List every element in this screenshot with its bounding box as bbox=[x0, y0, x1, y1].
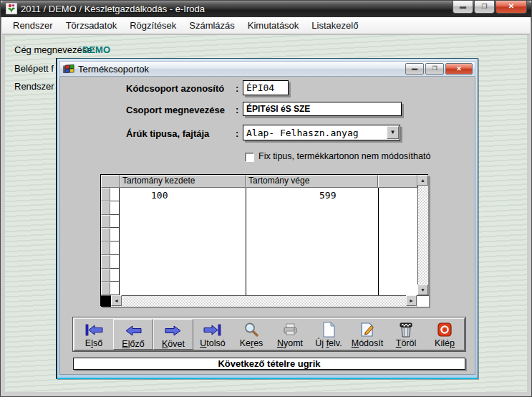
dialog-maximize-icon: ❐ bbox=[432, 65, 437, 72]
scroll-left-button[interactable]: ◄ bbox=[111, 295, 122, 306]
dialog-close-button[interactable]: ✕ bbox=[445, 63, 473, 75]
dialog-title: Termékcsoportok bbox=[78, 64, 149, 75]
close-icon: ✕ bbox=[508, 2, 514, 10]
previous-record-label: Előző bbox=[114, 339, 153, 349]
exit-label: Kilép bbox=[425, 338, 464, 348]
arrow-down-icon: ▼ bbox=[420, 287, 425, 292]
dialog-maximize-button[interactable]: ❐ bbox=[425, 63, 444, 75]
print-label: Nyomt bbox=[271, 338, 309, 348]
last-icon bbox=[203, 323, 223, 337]
minimize-icon: ▬ bbox=[460, 3, 466, 10]
dialog-close-icon: ✕ bbox=[456, 65, 462, 72]
dialog-client-area: Kódcsoport azonosító : ÉPI04 Csoport meg… bbox=[59, 77, 475, 375]
search-button[interactable]: Keres bbox=[232, 319, 271, 350]
goods-type-dropdown[interactable]: Alap- Felhaszn.anyag ▼ bbox=[243, 125, 400, 140]
scrollbar-corner bbox=[417, 296, 429, 307]
column-header-empty bbox=[378, 175, 417, 188]
dropdown-button[interactable]: ▼ bbox=[387, 126, 399, 139]
menu-listakezelo[interactable]: Listakezelő bbox=[305, 18, 364, 33]
horizontal-scrollbar[interactable]: ◄ ► bbox=[111, 296, 417, 307]
goods-type-colon: : bbox=[236, 128, 238, 139]
fix-type-label: Fix tipus, termékkartonon nem módosíthat… bbox=[258, 151, 430, 161]
first-record-button[interactable]: Első bbox=[74, 319, 113, 350]
arrow-left-icon: ◄ bbox=[114, 298, 119, 303]
column-divider bbox=[378, 188, 379, 295]
column-header-range-start[interactable]: Tartomány kezdete bbox=[120, 175, 246, 188]
maximize-icon: ❐ bbox=[481, 3, 487, 10]
last-record-label: Utolsó bbox=[193, 338, 232, 348]
menu-rogzitesek[interactable]: Rögzítések bbox=[123, 18, 183, 33]
first-record-label: Első bbox=[74, 338, 113, 348]
application-window: 2011 / DEMO / Készletgazdálkodás - e-Iro… bbox=[0, 0, 532, 397]
prev-icon bbox=[123, 324, 143, 338]
new-record-button[interactable]: Új felv. bbox=[309, 319, 348, 350]
app-icon bbox=[6, 3, 17, 14]
print-button[interactable]: Nyomt bbox=[271, 319, 309, 350]
next-record-button[interactable]: Követ bbox=[153, 319, 193, 350]
new-record-label: Új felv. bbox=[309, 338, 348, 348]
exit-button[interactable]: Kilép bbox=[425, 319, 464, 350]
row-gutter-column bbox=[110, 188, 120, 295]
previous-record-button[interactable]: Előző bbox=[113, 319, 153, 350]
company-name-value: DEMO bbox=[82, 44, 110, 55]
scroll-up-button[interactable]: ▲ bbox=[417, 175, 428, 186]
table-cell-range-start[interactable]: 100 bbox=[151, 190, 168, 201]
row-selector-column[interactable] bbox=[101, 188, 110, 295]
first-icon bbox=[84, 323, 104, 337]
menu-szamlazas[interactable]: Számlázás bbox=[183, 18, 241, 33]
modify-button[interactable]: Módosít bbox=[348, 319, 387, 350]
code-group-colon: : bbox=[236, 83, 238, 94]
code-group-label: Kódcsoport azonosító bbox=[126, 83, 224, 94]
table-corner-header bbox=[101, 175, 120, 188]
group-name-colon: : bbox=[236, 105, 238, 115]
group-name-label: Csoport megnevezése bbox=[126, 105, 225, 115]
window-title: 2011 / DEMO / Készletgazdálkodás - e-Iro… bbox=[21, 4, 205, 14]
new-icon bbox=[321, 322, 336, 338]
system-label: Rendszer bbox=[14, 81, 54, 92]
record-navigation-toolbar: Első Előző Követ bbox=[73, 317, 465, 351]
table-cell-range-end[interactable]: 599 bbox=[319, 190, 336, 201]
group-name-input[interactable]: ÉPITéSI éS SZE bbox=[243, 102, 402, 116]
menu-kimutatasok[interactable]: Kimutatások bbox=[241, 18, 306, 33]
chevron-down-icon: ▼ bbox=[390, 129, 396, 135]
print-icon bbox=[281, 322, 299, 337]
next-icon bbox=[163, 324, 183, 338]
goods-type-label: Árúk tipusa, fajtája bbox=[126, 128, 209, 139]
close-button[interactable]: ✕ bbox=[495, 1, 527, 14]
scroll-right-button[interactable]: ► bbox=[406, 295, 417, 306]
logged-in-user-label: Belépett f bbox=[14, 63, 54, 74]
last-record-button[interactable]: Utolsó bbox=[193, 319, 232, 350]
delete-label: Töröl bbox=[387, 338, 425, 348]
column-divider bbox=[246, 188, 246, 295]
vertical-scrollbar[interactable]: ▲ ▼ bbox=[417, 175, 428, 295]
delete-button[interactable]: Töröl bbox=[387, 319, 425, 350]
column-header-range-end[interactable]: Tartomány vége bbox=[246, 175, 378, 188]
modify-label: Módosít bbox=[348, 338, 387, 348]
grid-corner-block bbox=[101, 296, 111, 307]
exit-icon bbox=[437, 322, 452, 337]
maximize-button[interactable]: ❐ bbox=[474, 1, 495, 14]
menu-torzsadatok[interactable]: Törzsadatok bbox=[59, 18, 124, 33]
search-icon bbox=[243, 322, 259, 338]
menu-rendszer[interactable]: Rendszer bbox=[6, 18, 59, 33]
status-bar: Következő tételre ugrik bbox=[73, 358, 465, 370]
termekcsoportok-dialog: Termékcsoportok ▬ ❐ ✕ Kódcsoport azonosí… bbox=[57, 58, 478, 379]
scroll-down-button[interactable]: ▼ bbox=[417, 284, 428, 295]
arrow-up-icon: ▲ bbox=[420, 178, 425, 183]
code-group-input[interactable]: ÉPI04 bbox=[243, 80, 289, 95]
delete-icon bbox=[398, 322, 414, 338]
next-record-label: Követ bbox=[154, 339, 193, 349]
range-table: Tartomány kezdete Tartomány vége 100 599… bbox=[100, 174, 428, 306]
fix-type-checkbox[interactable] bbox=[245, 153, 254, 162]
windows-logo-icon bbox=[62, 64, 75, 75]
goods-type-value: Alap- Felhaszn.anyag bbox=[246, 126, 359, 140]
dialog-minimize-button[interactable]: ▬ bbox=[405, 63, 424, 75]
dialog-minimize-icon: ▬ bbox=[412, 65, 417, 72]
dialog-titlebar: Termékcsoportok ▬ ❐ ✕ bbox=[59, 61, 475, 77]
minimize-button[interactable]: ▬ bbox=[453, 1, 473, 14]
menubar: Rendszer Törzsadatok Rögzítések Számlázá… bbox=[2, 17, 530, 34]
main-titlebar: 2011 / DEMO / Készletgazdálkodás - e-Iro… bbox=[1, 1, 531, 17]
horizontal-scroll-zone: ◄ ► bbox=[101, 295, 429, 306]
search-label: Keres bbox=[232, 338, 271, 348]
edit-icon bbox=[359, 322, 375, 338]
